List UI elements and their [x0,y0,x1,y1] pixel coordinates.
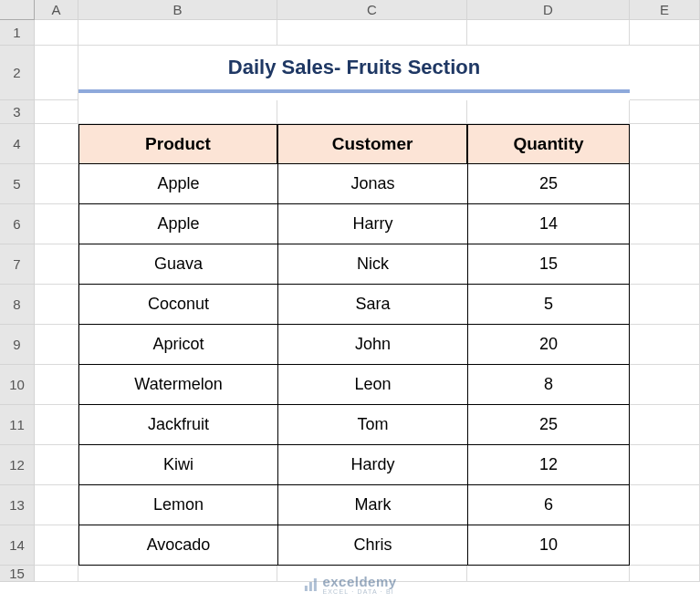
cell-E1[interactable] [630,20,700,46]
table-row[interactable]: Tom [277,405,467,445]
svg-rect-0 [304,586,307,591]
table-row[interactable]: Avocado [78,525,277,566]
row-header-1[interactable]: 1 [0,20,35,46]
row-header-15[interactable]: 15 [0,566,35,582]
table-row[interactable]: Nick [277,244,467,285]
table-row[interactable]: 12 [467,445,630,485]
cell-A9[interactable] [35,325,78,365]
row-header-10[interactable]: 10 [0,365,35,405]
table-header-customer[interactable]: Customer [277,124,467,164]
table-row[interactable]: Chris [277,525,467,566]
cell-A5[interactable] [35,164,78,204]
svg-rect-1 [308,582,311,591]
cell-D3[interactable] [467,100,630,124]
cell-E4[interactable] [630,124,700,164]
table-row[interactable]: Sara [277,285,467,325]
cell-E6[interactable] [630,204,700,244]
col-header-A[interactable]: A [35,0,78,20]
table-row[interactable]: 14 [467,204,630,244]
row-header-11[interactable]: 11 [0,405,35,445]
cell-E8[interactable] [630,285,700,325]
table-row[interactable]: Leon [277,365,467,405]
row-header-7[interactable]: 7 [0,244,35,285]
table-row[interactable]: Guava [78,244,277,285]
row-header-9[interactable]: 9 [0,325,35,365]
table-row[interactable]: Kiwi [78,445,277,485]
cell-A6[interactable] [35,204,78,244]
cell-C1[interactable] [277,20,467,46]
row-header-6[interactable]: 6 [0,204,35,244]
cell-A4[interactable] [35,124,78,164]
cell-A15[interactable] [35,566,78,582]
cell-E14[interactable] [630,525,700,566]
cell-E7[interactable] [630,244,700,285]
table-header-product[interactable]: Product [78,124,277,164]
cell-B3[interactable] [78,100,277,124]
row-header-5[interactable]: 5 [0,164,35,204]
cell-B1[interactable] [78,20,277,46]
watermark: exceldemy EXCEL · DATA · BI [303,575,396,595]
title-cell[interactable]: Daily Sales- Fruits Section [78,46,630,93]
cell-E10[interactable] [630,365,700,405]
cell-A14[interactable] [35,525,78,566]
chart-icon [303,577,318,592]
col-header-C[interactable]: C [277,0,467,20]
table-row[interactable]: John [277,325,467,365]
cell-E13[interactable] [630,485,700,525]
cell-A3[interactable] [35,100,78,124]
cell-A2[interactable] [35,46,78,100]
row-header-2[interactable]: 2 [0,46,35,100]
cell-A11[interactable] [35,405,78,445]
cell-E5[interactable] [630,164,700,204]
row-header-14[interactable]: 14 [0,525,35,566]
cell-E12[interactable] [630,445,700,485]
cell-A10[interactable] [35,365,78,405]
select-all-corner[interactable] [0,0,35,20]
watermark-tagline: EXCEL · DATA · BI [322,588,396,595]
table-row[interactable]: 20 [467,325,630,365]
table-row[interactable]: 25 [467,164,630,204]
watermark-text: exceldemy EXCEL · DATA · BI [322,575,396,595]
cell-D15[interactable] [467,566,630,582]
col-header-D[interactable]: D [467,0,630,20]
cell-A7[interactable] [35,244,78,285]
table-row[interactable]: Lemon [78,485,277,525]
cell-E11[interactable] [630,405,700,445]
table-row[interactable]: 15 [467,244,630,285]
table-row[interactable]: Apricot [78,325,277,365]
table-row[interactable]: Coconut [78,285,277,325]
cell-B15[interactable] [78,566,277,582]
row-header-8[interactable]: 8 [0,285,35,325]
table-row[interactable]: 8 [467,365,630,405]
cell-D1[interactable] [467,20,630,46]
row-header-12[interactable]: 12 [0,445,35,485]
col-header-E[interactable]: E [630,0,700,20]
cell-A8[interactable] [35,285,78,325]
cell-A13[interactable] [35,485,78,525]
row-header-3[interactable]: 3 [0,100,35,124]
row-header-13[interactable]: 13 [0,485,35,525]
cell-A12[interactable] [35,445,78,485]
table-row[interactable]: Jonas [277,164,467,204]
cell-A1[interactable] [35,20,78,46]
cell-C3[interactable] [277,100,467,124]
cell-E15[interactable] [630,566,700,582]
table-row[interactable]: 25 [467,405,630,445]
cell-E9[interactable] [630,325,700,365]
table-row[interactable]: 5 [467,285,630,325]
cell-E2[interactable] [630,46,700,100]
table-row[interactable]: Jackfruit [78,405,277,445]
watermark-brand: exceldemy [322,575,396,588]
table-row[interactable]: 10 [467,525,630,566]
cell-E3[interactable] [630,100,700,124]
table-row[interactable]: Watermelon [78,365,277,405]
table-row[interactable]: 6 [467,485,630,525]
row-header-4[interactable]: 4 [0,124,35,164]
table-row[interactable]: Apple [78,164,277,204]
table-row[interactable]: Harry [277,204,467,244]
col-header-B[interactable]: B [78,0,277,20]
table-row[interactable]: Hardy [277,445,467,485]
table-row[interactable]: Mark [277,485,467,525]
table-header-quantity[interactable]: Quantity [467,124,630,164]
table-row[interactable]: Apple [78,204,277,244]
